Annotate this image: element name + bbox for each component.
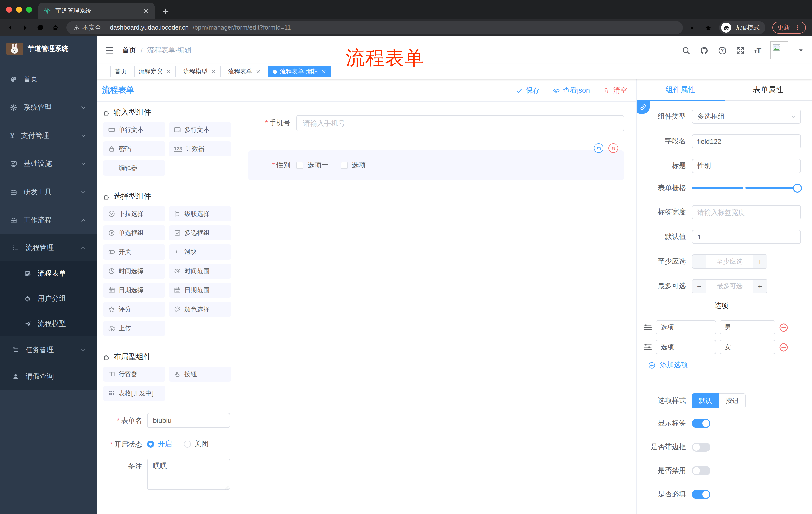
sidebar-item-process-model[interactable]: 流程模型 <box>0 311 97 336</box>
tab-form-props[interactable]: 表单属性 <box>724 79 812 101</box>
style-default-button[interactable]: 默认 <box>692 393 719 408</box>
show-label-toggle[interactable] <box>692 419 710 428</box>
save-button[interactable]: 保存 <box>516 86 540 95</box>
component-radio-group[interactable]: 单选框组 <box>103 225 165 240</box>
sidebar-item-infra[interactable]: 基础设施 <box>0 150 97 178</box>
maximize-window-button[interactable] <box>26 6 32 12</box>
default-value-input[interactable] <box>692 230 801 244</box>
checkbox[interactable] <box>296 162 303 169</box>
hamburger-icon[interactable] <box>105 46 114 55</box>
sidebar-item-system[interactable]: 系统管理 <box>0 93 97 122</box>
sidebar-item-leave-query[interactable]: 请假查询 <box>0 363 97 390</box>
drag-handle-icon[interactable] <box>643 323 652 332</box>
bookmark-star-icon[interactable] <box>704 24 712 31</box>
tag-close-icon[interactable] <box>166 69 171 75</box>
window-controls[interactable] <box>6 6 32 12</box>
sidebar-item-home[interactable]: 首页 <box>0 65 97 93</box>
view-json-button[interactable]: 查看json <box>553 86 590 95</box>
resize-handle-icon[interactable] <box>225 485 229 490</box>
option-label-input[interactable] <box>656 340 716 354</box>
component-rate[interactable]: 评分 <box>103 302 165 317</box>
component-editor[interactable]: 编辑器 <box>103 160 165 175</box>
stepper-increase-button[interactable]: + <box>753 280 767 293</box>
component-switch[interactable]: 开关 <box>103 244 165 260</box>
add-option-button[interactable]: 添加选项 <box>648 360 801 370</box>
clear-button[interactable]: 清空 <box>603 86 627 95</box>
stepper-value[interactable]: 至少应选 <box>706 255 753 268</box>
phone-input[interactable] <box>296 115 624 131</box>
field-name-input[interactable] <box>692 134 801 148</box>
form-canvas[interactable]: *手机号 *性别 选项一 选项二 <box>236 102 636 514</box>
form-name-input[interactable] <box>147 413 230 428</box>
component-color-picker[interactable]: 颜色选择 <box>169 302 231 317</box>
component-button[interactable]: 按钮 <box>169 367 231 382</box>
tag-home[interactable]: 首页 <box>110 66 131 77</box>
component-time-picker[interactable]: 时间选择 <box>103 264 165 279</box>
border-toggle[interactable] <box>692 442 710 452</box>
remove-option-button[interactable] <box>779 342 788 352</box>
component-time-range[interactable]: 时间范围 <box>169 264 231 279</box>
option-label-input[interactable] <box>656 320 716 334</box>
component-password[interactable]: 密码 <box>103 141 165 156</box>
component-table[interactable]: 表格[开发中] <box>103 386 165 401</box>
duplicate-component-button[interactable] <box>594 143 604 153</box>
sidebar-item-devtools[interactable]: 研发工具 <box>0 178 97 206</box>
minimize-window-button[interactable] <box>16 6 22 12</box>
option-value-input[interactable] <box>720 340 775 354</box>
canvas-field-gender-selected[interactable]: *性别 选项一 选项二 <box>248 151 624 180</box>
component-date-picker[interactable]: 日期选择 <box>103 283 165 298</box>
component-slider[interactable]: 滑块 <box>169 244 231 260</box>
component-upload[interactable]: 上传 <box>103 321 165 336</box>
component-date-range[interactable]: 日期范围 <box>169 283 231 298</box>
sidebar-item-process-mgmt[interactable]: 流程管理 <box>0 234 97 261</box>
tag-process-model[interactable]: 流程模型 <box>179 66 221 77</box>
tag-close-icon[interactable] <box>321 69 327 75</box>
avatar[interactable] <box>770 41 788 59</box>
tab-component-props[interactable]: 组件属性 <box>637 79 724 101</box>
tag-close-icon[interactable] <box>255 69 261 75</box>
security-warning[interactable]: 不安全 <box>74 23 101 32</box>
status-radio-off[interactable]: 关闭 <box>184 439 208 449</box>
component-cascader[interactable]: 级联选择 <box>169 206 231 221</box>
tag-process-definition[interactable]: 流程定义 <box>134 66 176 77</box>
update-button[interactable]: 更新 <box>772 22 806 34</box>
component-multi-text[interactable]: 多行文本 <box>169 122 231 137</box>
avatar-caret-icon[interactable] <box>798 47 804 53</box>
breadcrumb-home[interactable]: 首页 <box>122 46 136 55</box>
tab-close-icon[interactable] <box>143 7 150 14</box>
sidebar-item-task-mgmt[interactable]: 任务管理 <box>0 336 97 363</box>
link-tab[interactable] <box>637 101 650 114</box>
style-button-button[interactable]: 按钮 <box>719 393 746 408</box>
canvas-field-phone[interactable]: *手机号 <box>248 115 624 131</box>
component-counter[interactable]: 123计数器 <box>169 141 231 156</box>
new-tab-button[interactable] <box>162 7 169 15</box>
tag-close-icon[interactable] <box>210 69 216 75</box>
search-icon[interactable] <box>682 46 690 55</box>
option-value-input[interactable] <box>720 320 775 334</box>
help-icon[interactable] <box>718 46 726 55</box>
remove-option-button[interactable] <box>779 323 788 332</box>
browser-menu-dots-icon[interactable] <box>794 24 801 31</box>
drag-handle-icon[interactable] <box>643 343 652 352</box>
component-checkbox-group[interactable]: 多选框组 <box>169 225 231 240</box>
browser-tab[interactable]: 芋道管理系统 <box>38 2 155 19</box>
sidebar-item-payment[interactable]: ¥ 支付管理 <box>0 122 97 150</box>
home-icon[interactable] <box>51 24 59 32</box>
slider-handle[interactable] <box>793 184 802 193</box>
gender-option-1[interactable]: 选项一 <box>296 161 329 170</box>
stepper-increase-button[interactable]: + <box>753 255 767 268</box>
back-icon[interactable] <box>6 24 14 32</box>
required-toggle[interactable] <box>692 490 710 499</box>
font-size-icon[interactable]: TT <box>754 46 761 55</box>
forward-icon[interactable] <box>21 24 29 32</box>
address-bar[interactable]: 不安全 dashboard.yudao.iocoder.cn/bpm/manag… <box>66 21 683 34</box>
sidebar-item-process-form[interactable]: 流程表单 <box>0 261 97 286</box>
github-icon[interactable] <box>700 46 708 55</box>
form-remark-textarea[interactable]: 嘿嘿 <box>147 459 230 490</box>
fullscreen-icon[interactable] <box>736 46 745 55</box>
component-type-select[interactable]: 多选框组 <box>692 110 801 124</box>
reload-icon[interactable] <box>36 24 44 32</box>
sidebar-logo[interactable]: 芋道管理系统 <box>0 36 97 61</box>
status-radio-on[interactable]: 开启 <box>147 439 172 449</box>
component-row-container[interactable]: 行容器 <box>103 367 165 382</box>
